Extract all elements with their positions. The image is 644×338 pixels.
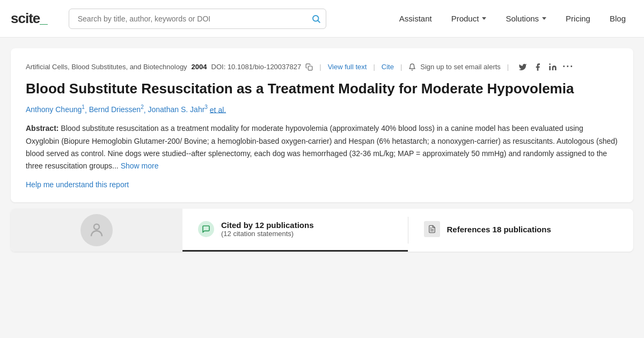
cited-by-sub: (12 citation statements): [221, 230, 314, 238]
view-full-text-link[interactable]: View full text: [328, 63, 367, 71]
et-al[interactable]: et al.: [210, 105, 226, 114]
author-2[interactable]: Bernd Driessen2: [89, 105, 144, 114]
nav-assistant[interactable]: Assistant: [392, 10, 440, 27]
abstract: Abstract: Blood substitute resuscitation…: [26, 122, 618, 172]
doi-value: 10.1081/bio-120037827: [228, 63, 301, 71]
product-chevron-icon: [482, 17, 486, 20]
email-alert-text: Sign up to set email alerts: [420, 63, 501, 71]
chat-bubble-icon: [198, 221, 214, 237]
facebook-icon[interactable]: [532, 62, 543, 72]
tab-references[interactable]: References 18 publications: [408, 209, 634, 252]
cited-by-icon: [197, 221, 215, 238]
search-button[interactable]: [311, 14, 321, 24]
doi-label: DOI: 10.1081/bio-120037827: [211, 63, 302, 71]
search-input[interactable]: [69, 9, 326, 29]
author-3[interactable]: Jonathan S. Jahr3: [148, 105, 208, 114]
copy-doi-icon[interactable]: [305, 63, 313, 71]
more-options-button[interactable]: ···: [562, 61, 574, 72]
author-1[interactable]: Anthony Cheung1: [26, 105, 85, 114]
avatar-placeholder: [80, 214, 113, 246]
references-title: References 18 publications: [447, 225, 551, 234]
paper-card: Artificial Cells, Blood Substitutes, and…: [11, 48, 633, 202]
svg-line-1: [318, 20, 319, 22]
twitter-icon[interactable]: [517, 62, 528, 72]
svg-point-4: [550, 63, 551, 65]
abstract-label: Abstract:: [26, 124, 58, 133]
tab-cited-by[interactable]: Cited by 12 publications (12 citation st…: [182, 209, 408, 252]
paper-title: Blood Substitute Resuscitation as a Trea…: [26, 80, 618, 98]
help-link[interactable]: Help me understand this report: [26, 180, 129, 189]
solutions-chevron-icon: [542, 17, 546, 20]
nav-product[interactable]: Product: [444, 10, 494, 27]
cited-by-text: Cited by 12 publications (12 citation st…: [221, 221, 314, 238]
bottom-tabs: Cited by 12 publications (12 citation st…: [11, 209, 633, 252]
nav-blog[interactable]: Blog: [602, 10, 633, 27]
svg-point-5: [94, 224, 99, 230]
pub-year: 2004: [192, 63, 207, 71]
logo[interactable]: scite_: [11, 10, 47, 27]
tabs-area: Cited by 12 publications (12 citation st…: [182, 209, 633, 252]
cite-link[interactable]: Cite: [382, 63, 394, 71]
svg-rect-2: [308, 66, 312, 70]
bell-icon: [408, 63, 416, 71]
nav-links: Assistant Product Solutions Pricing Blog: [392, 10, 633, 27]
authors: Anthony Cheung1, Bernd Driessen2, Jonath…: [26, 105, 618, 114]
references-icon: [423, 221, 441, 238]
show-more-button[interactable]: Show more: [121, 161, 159, 170]
cited-by-title: Cited by 12 publications: [221, 221, 314, 230]
left-mini-panel: [11, 209, 182, 252]
nav-solutions[interactable]: Solutions: [498, 10, 554, 27]
svg-rect-3: [550, 66, 551, 70]
linkedin-icon[interactable]: [547, 62, 558, 72]
meta-bar: Artificial Cells, Blood Substitutes, and…: [26, 61, 618, 72]
nav-pricing[interactable]: Pricing: [558, 10, 598, 27]
doc-icon: [424, 221, 440, 237]
references-text: References 18 publications: [447, 225, 551, 234]
journal-name: Artificial Cells, Blood Substitutes, and…: [26, 63, 187, 71]
social-icons: [517, 62, 558, 72]
main-content: Artificial Cells, Blood Substitutes, and…: [0, 38, 644, 338]
abstract-body: Blood substitute resuscitation as a trea…: [26, 124, 618, 170]
navbar: scite_ Assistant Product Solutions Prici…: [0, 0, 644, 38]
search-bar: [69, 9, 326, 29]
